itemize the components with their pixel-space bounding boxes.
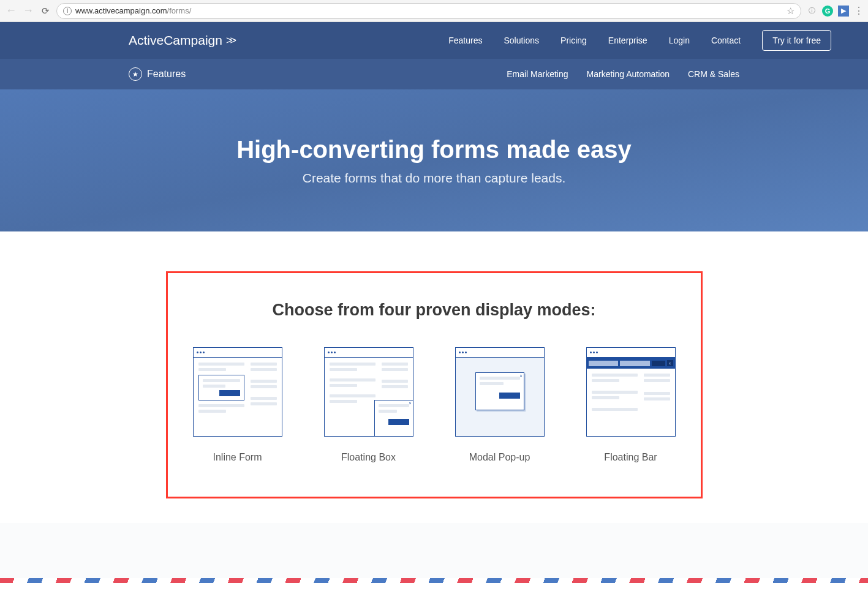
subnav-link-crm-sales[interactable]: CRM & Sales [688, 69, 739, 79]
close-icon: × [667, 360, 673, 366]
forward-button[interactable]: → [22, 5, 34, 17]
extension-grammarly-icon[interactable]: G [822, 6, 833, 17]
site-info-icon[interactable]: i [63, 7, 72, 15]
address-bar[interactable]: i www.activecampaign.com/forms/ ☆ [56, 3, 801, 19]
logo[interactable]: ActiveCampaign >> [129, 33, 234, 48]
close-icon: × [409, 401, 411, 405]
mode-label: Floating Bar [576, 452, 686, 463]
display-modes-list: Inline Form [180, 347, 689, 463]
mode-label: Inline Form [183, 452, 293, 463]
nav-links: Features Solutions Pricing Enterprise Lo… [448, 30, 831, 51]
hero-title: High-converting forms made easy [236, 136, 632, 164]
nav-link-contact[interactable]: Contact [711, 36, 741, 45]
mode-floating-box[interactable]: × Floating Box [314, 347, 424, 463]
nav-link-pricing[interactable]: Pricing [560, 36, 587, 45]
url-path: /forms/ [167, 6, 192, 15]
extension-info-icon[interactable]: ⓘ [806, 6, 817, 17]
close-icon: × [519, 374, 522, 378]
browser-menu-icon[interactable]: ⋮ [854, 5, 863, 17]
subnav-section-label: ★ Features [129, 67, 186, 81]
browser-chrome: ← → ⟳ i www.activecampaign.com/forms/ ☆ … [0, 0, 868, 22]
nav-link-features[interactable]: Features [448, 36, 482, 45]
sub-nav: ★ Features Email Marketing Marketing Aut… [0, 59, 868, 89]
footer-band [0, 523, 868, 578]
back-button[interactable]: ← [5, 5, 17, 17]
display-modes-card: Choose from four proven display modes: [166, 271, 703, 498]
mode-label: Modal Pop-up [445, 452, 555, 463]
logo-arrow-icon: >> [226, 34, 234, 47]
subnav-label: Features [147, 69, 186, 80]
reload-button[interactable]: ⟳ [39, 5, 51, 17]
section-title: Choose from four proven display modes: [180, 301, 689, 320]
nav-link-solutions[interactable]: Solutions [504, 36, 539, 45]
mode-floating-bar[interactable]: × [576, 347, 686, 463]
hero-subtitle: Create forms that do more than capture l… [303, 171, 566, 186]
mode-modal-popup[interactable]: × Modal Pop-up [445, 347, 555, 463]
mode-inline-form[interactable]: Inline Form [183, 347, 293, 463]
hero: High-converting forms made easy Create f… [0, 89, 868, 231]
nav-link-login[interactable]: Login [669, 36, 690, 45]
features-star-icon: ★ [129, 67, 142, 81]
subnav-link-marketing-automation[interactable]: Marketing Automation [587, 69, 670, 79]
extension-blue-icon[interactable]: ▶ [838, 6, 849, 17]
content: Choose from four proven display modes: [0, 231, 868, 523]
mode-label: Floating Box [314, 452, 424, 463]
bookmark-star-icon[interactable]: ☆ [787, 6, 794, 17]
mode-inline-form-illustration [193, 347, 282, 437]
subnav-links: Email Marketing Marketing Automation CRM… [507, 69, 739, 79]
top-nav: ActiveCampaign >> Features Solutions Pri… [0, 22, 868, 59]
mode-floating-bar-illustration: × [586, 347, 676, 437]
airmail-stripe [0, 578, 868, 583]
nav-link-enterprise[interactable]: Enterprise [608, 36, 647, 45]
url-host: www.activecampaign.com [75, 6, 167, 15]
mode-floating-box-illustration: × [324, 347, 413, 437]
cta-try-free-button[interactable]: Try it for free [762, 30, 831, 51]
mode-modal-popup-illustration: × [455, 347, 545, 437]
logo-text: ActiveCampaign [129, 33, 222, 48]
subnav-link-email-marketing[interactable]: Email Marketing [507, 69, 568, 79]
